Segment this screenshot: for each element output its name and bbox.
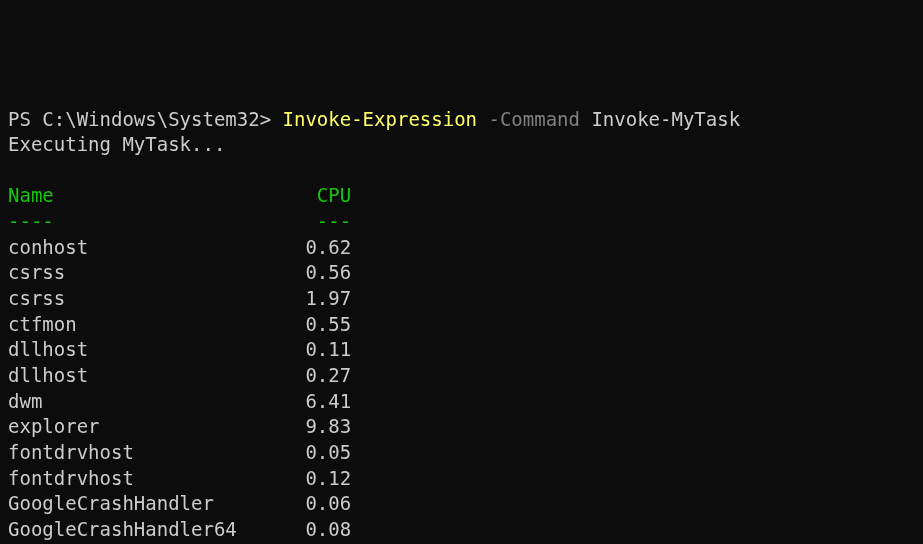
process-name: dllhost	[8, 337, 283, 363]
column-header-row: Name CPU	[8, 184, 351, 206]
cmdlet-name: Invoke-Expression	[283, 108, 477, 130]
prompt-line: PS C:\Windows\System32> Invoke-Expressio…	[8, 108, 740, 130]
process-name: dwm	[8, 389, 283, 415]
table-row: dllhost0.27	[8, 364, 351, 386]
process-name: explorer	[8, 414, 283, 440]
process-cpu: 0.06	[283, 491, 352, 517]
prompt-prefix: PS C:\Windows\System32>	[8, 108, 283, 130]
parameter-name: -Command	[477, 108, 591, 130]
process-name: fontdrvhost	[8, 466, 283, 492]
argument-value: Invoke-MyTask	[591, 108, 740, 130]
table-row: fontdrvhost0.05	[8, 441, 351, 463]
process-name: ctfmon	[8, 312, 283, 338]
process-cpu: 0.62	[283, 235, 352, 261]
process-name: GoogleCrashHandler	[8, 491, 283, 517]
process-name: fontdrvhost	[8, 440, 283, 466]
process-name: conhost	[8, 235, 283, 261]
column-header-name: Name	[8, 183, 283, 209]
table-row: dwm6.41	[8, 390, 351, 412]
process-cpu: 0.55	[283, 312, 352, 338]
process-cpu: 0.05	[283, 440, 352, 466]
table-row: csrss1.97	[8, 287, 351, 309]
process-cpu: 0.08	[283, 517, 352, 543]
process-cpu: 9.83	[283, 414, 352, 440]
column-underline-row: ---- ---	[8, 210, 351, 232]
column-header-cpu: CPU	[283, 183, 352, 209]
column-underline-cpu: ---	[283, 209, 352, 235]
execution-message: Executing MyTask...	[8, 133, 225, 155]
process-cpu: 0.11	[283, 337, 352, 363]
table-row: dllhost0.11	[8, 338, 351, 360]
table-row: conhost0.62	[8, 236, 351, 258]
process-cpu: 0.27	[283, 363, 352, 389]
process-table-body: conhost0.62 csrss0.56 csrss1.97 ctfmon0.…	[8, 235, 915, 544]
process-cpu: 1.97	[283, 286, 352, 312]
table-row: GoogleCrashHandler0.06	[8, 492, 351, 514]
process-name: csrss	[8, 286, 283, 312]
process-cpu: 6.41	[283, 389, 352, 415]
table-row: explorer9.83	[8, 415, 351, 437]
process-name: dllhost	[8, 363, 283, 389]
terminal-output[interactable]: PS C:\Windows\System32> Invoke-Expressio…	[8, 107, 915, 544]
process-cpu: 0.56	[283, 260, 352, 286]
table-row: GoogleCrashHandler640.08	[8, 518, 351, 540]
column-underline-name: ----	[8, 209, 283, 235]
table-row: fontdrvhost0.12	[8, 467, 351, 489]
table-row: csrss0.56	[8, 261, 351, 283]
process-name: GoogleCrashHandler64	[8, 517, 283, 543]
process-name: csrss	[8, 260, 283, 286]
table-row: ctfmon0.55	[8, 313, 351, 335]
process-cpu: 0.12	[283, 466, 352, 492]
